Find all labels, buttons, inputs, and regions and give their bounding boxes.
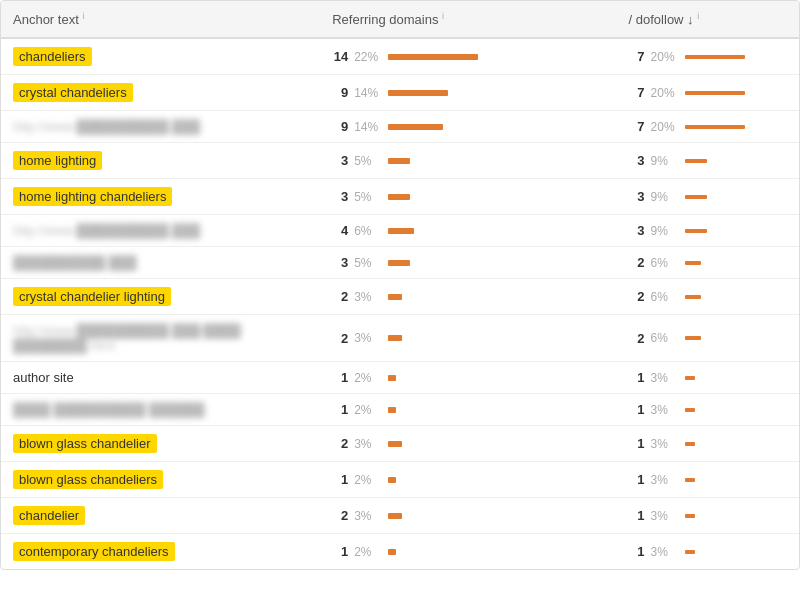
anchor-text-value: http://www.██████████.███	[13, 223, 200, 238]
dofollow-pct: 3%	[651, 403, 679, 417]
dofollow-count: 3	[629, 189, 645, 204]
ref-domains-pct: 3%	[354, 290, 382, 304]
dofollow-cell: 720%	[617, 38, 799, 75]
dofollow-pct: 6%	[651, 331, 679, 345]
ref-domains-bar-container	[388, 375, 604, 381]
ref-domains-pct: 14%	[354, 86, 382, 100]
ref-domains-count: 3	[332, 153, 348, 168]
anchor-text-value[interactable]: author site	[13, 370, 74, 385]
table-row: home lighting chandeliers35%39%	[1, 179, 799, 215]
anchor-text-value[interactable]: blown glass chandelier	[13, 434, 157, 453]
anchor-text-value[interactable]: home lighting chandeliers	[13, 187, 172, 206]
dofollow-bar	[685, 478, 695, 482]
col-dofollow-label: / dofollow ↓	[629, 12, 694, 27]
dofollow-count: 2	[629, 331, 645, 346]
anchor-text-value[interactable]: contemporary chandeliers	[13, 542, 175, 561]
info-icon-refdomains[interactable]: i	[442, 11, 444, 21]
dofollow-cell: 13%	[617, 394, 799, 426]
ref-domains-bar-container	[388, 194, 604, 200]
dofollow-bar	[685, 514, 695, 518]
dofollow-pct: 6%	[651, 290, 679, 304]
ref-domains-pct: 2%	[354, 371, 382, 385]
dofollow-bar	[685, 229, 707, 233]
dofollow-bar	[685, 376, 695, 380]
anchor-cell: home lighting	[1, 143, 320, 179]
anchor-text-value: ██████████.███	[13, 255, 136, 270]
ref-domains-bar-container	[388, 477, 604, 483]
dofollow-cell: 26%	[617, 315, 799, 362]
dofollow-count: 1	[629, 436, 645, 451]
dofollow-pct: 9%	[651, 190, 679, 204]
ref-domains-pct: 3%	[354, 331, 382, 345]
table-header-row: Anchor text i Referring domains i / dofo…	[1, 1, 799, 38]
col-anchor-text: Anchor text i	[1, 1, 320, 38]
ref-domains-cell: 35%	[320, 179, 616, 215]
ref-domains-bar-container	[388, 549, 604, 555]
anchor-cell: chandeliers	[1, 38, 320, 75]
ref-domains-bar	[388, 513, 402, 519]
ref-domains-bar	[388, 158, 410, 164]
info-icon-dofollow[interactable]: i	[697, 11, 699, 21]
ref-domains-pct: 2%	[354, 545, 382, 559]
ref-domains-bar	[388, 441, 402, 447]
dofollow-bar	[685, 261, 701, 265]
ref-domains-bar-container	[388, 294, 604, 300]
ref-domains-bar	[388, 294, 402, 300]
dofollow-bar	[685, 295, 701, 299]
dofollow-count: 3	[629, 153, 645, 168]
anchor-text-value[interactable]: chandeliers	[13, 47, 92, 66]
ref-domains-cell: 12%	[320, 462, 616, 498]
dofollow-cell: 13%	[617, 498, 799, 534]
ref-domains-bar	[388, 375, 396, 381]
ref-domains-bar	[388, 54, 478, 60]
anchor-text-value[interactable]: crystal chandeliers	[13, 83, 133, 102]
ref-domains-count: 9	[332, 85, 348, 100]
dofollow-pct: 9%	[651, 154, 679, 168]
col-anchor-text-label: Anchor text	[13, 12, 79, 27]
ref-domains-cell: 35%	[320, 143, 616, 179]
table-row: ████ ██████████ ██████12%13%	[1, 394, 799, 426]
anchor-text-value[interactable]: blown glass chandeliers	[13, 470, 163, 489]
dofollow-cell: 13%	[617, 534, 799, 570]
ref-domains-bar-container	[388, 260, 604, 266]
anchor-text-value[interactable]: crystal chandelier lighting	[13, 287, 171, 306]
anchor-text-value[interactable]: home lighting	[13, 151, 102, 170]
dofollow-count: 2	[629, 255, 645, 270]
anchor-cell: http://www.██████████.███/████-████████.…	[1, 315, 320, 362]
ref-domains-cell: 23%	[320, 279, 616, 315]
ref-domains-pct: 5%	[354, 154, 382, 168]
anchor-text-table: Anchor text i Referring domains i / dofo…	[0, 0, 800, 570]
dofollow-pct: 9%	[651, 224, 679, 238]
ref-domains-pct: 2%	[354, 473, 382, 487]
col-dofollow: / dofollow ↓ i	[617, 1, 799, 38]
table-row: http://www.██████████.███914%720%	[1, 111, 799, 143]
ref-domains-cell: 23%	[320, 315, 616, 362]
anchor-text-value: ████ ██████████ ██████	[13, 402, 204, 417]
table-row: http://www.██████████.███46%39%	[1, 215, 799, 247]
anchor-text-value[interactable]: chandelier	[13, 506, 85, 525]
anchor-text-value: http://www.██████████.███	[13, 119, 200, 134]
dofollow-count: 3	[629, 223, 645, 238]
dofollow-count: 1	[629, 472, 645, 487]
anchor-text-value: http://www.██████████.███/████-████████.…	[13, 323, 308, 353]
dofollow-pct: 6%	[651, 256, 679, 270]
table-row: author site12%13%	[1, 362, 799, 394]
table-row: chandelier23%13%	[1, 498, 799, 534]
anchor-cell: home lighting chandeliers	[1, 179, 320, 215]
ref-domains-cell: 12%	[320, 534, 616, 570]
dofollow-cell: 39%	[617, 143, 799, 179]
dofollow-count: 2	[629, 289, 645, 304]
anchor-cell: author site	[1, 362, 320, 394]
ref-domains-count: 14	[332, 49, 348, 64]
ref-domains-bar-container	[388, 158, 604, 164]
dofollow-bar	[685, 91, 745, 95]
table-row: contemporary chandeliers12%13%	[1, 534, 799, 570]
table-row: ██████████.███35%26%	[1, 247, 799, 279]
dofollow-bar	[685, 442, 695, 446]
ref-domains-pct: 5%	[354, 190, 382, 204]
dofollow-cell: 26%	[617, 247, 799, 279]
info-icon-anchor[interactable]: i	[82, 11, 84, 21]
ref-domains-bar	[388, 549, 396, 555]
ref-domains-cell: 35%	[320, 247, 616, 279]
ref-domains-pct: 3%	[354, 437, 382, 451]
